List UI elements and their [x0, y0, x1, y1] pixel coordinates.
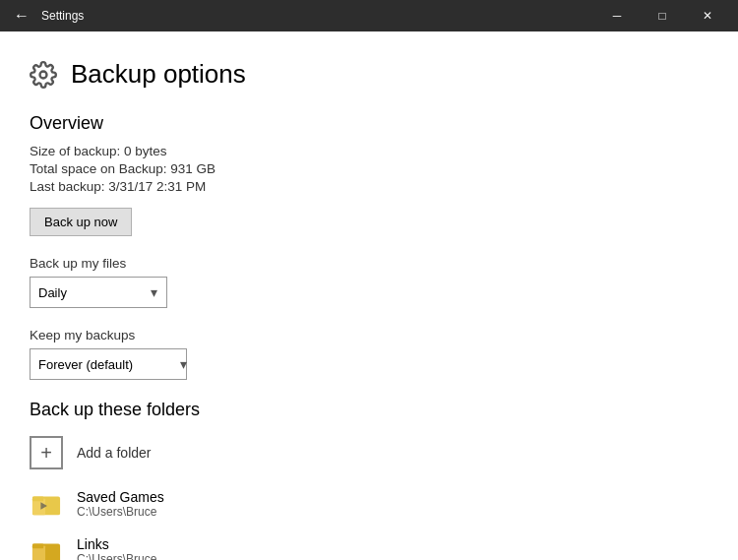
keep-backups-group: Keep my backups 1 month 3 months 6 month…: [30, 328, 708, 380]
page-title: Backup options: [71, 59, 246, 90]
backup-size-label: Size of backup: 0 bytes: [30, 144, 708, 158]
svg-rect-7: [32, 544, 43, 549]
folder-item-links: Links C:\Users\Bruce: [30, 534, 708, 560]
overview-info: Size of backup: 0 bytes Total space on B…: [30, 144, 708, 194]
add-folder-button[interactable]: +: [30, 436, 63, 469]
maximize-button[interactable]: □: [640, 0, 685, 31]
settings-content: Backup options Overview Size of backup: …: [0, 31, 738, 560]
window-title: Settings: [41, 9, 594, 23]
links-path: C:\Users\Bruce: [77, 552, 156, 560]
links-folder-icon: [30, 534, 63, 560]
total-space-label: Total space on Backup: 931 GB: [30, 161, 708, 176]
back-button[interactable]: ←: [8, 2, 35, 30]
keep-backups-dropdown-wrapper: 1 month 3 months 6 months 9 months 1 yea…: [30, 348, 197, 380]
add-folder-label: Add a folder: [77, 445, 152, 461]
keep-backups-select[interactable]: 1 month 3 months 6 months 9 months 1 yea…: [30, 348, 187, 380]
folders-section-title: Back up these folders: [30, 400, 708, 420]
close-button[interactable]: ✕: [685, 0, 730, 31]
svg-rect-3: [32, 497, 43, 502]
overview-section-title: Overview: [30, 113, 708, 134]
saved-games-folder-icon: [30, 487, 63, 521]
saved-games-name: Saved Games: [77, 489, 164, 505]
gear-icon: [30, 61, 57, 89]
last-backup-label: Last backup: 3/31/17 2:31 PM: [30, 179, 708, 194]
links-info: Links C:\Users\Bruce: [77, 536, 156, 560]
saved-games-path: C:\Users\Bruce: [77, 505, 164, 519]
window-controls: ─ □ ✕: [594, 0, 730, 31]
svg-point-0: [40, 71, 47, 78]
backup-frequency-dropdown-wrapper: Hourly Daily Weekly Monthly: [30, 277, 167, 308]
backup-frequency-select[interactable]: Hourly Daily Weekly Monthly: [30, 277, 167, 308]
links-name: Links: [77, 536, 156, 552]
keep-backups-label: Keep my backups: [30, 328, 708, 342]
minimize-button[interactable]: ─: [594, 0, 640, 31]
backup-frequency-label: Back up my files: [30, 256, 708, 271]
folder-item-saved-games: Saved Games C:\Users\Bruce: [30, 487, 708, 521]
back-up-now-button[interactable]: Back up now: [30, 208, 132, 236]
title-bar: ← Settings ─ □ ✕: [0, 0, 738, 31]
add-folder-row[interactable]: + Add a folder: [30, 436, 708, 469]
saved-games-info: Saved Games C:\Users\Bruce: [77, 489, 164, 519]
backup-frequency-group: Back up my files Hourly Daily Weekly Mon…: [30, 256, 708, 308]
page-header: Backup options: [30, 59, 708, 90]
